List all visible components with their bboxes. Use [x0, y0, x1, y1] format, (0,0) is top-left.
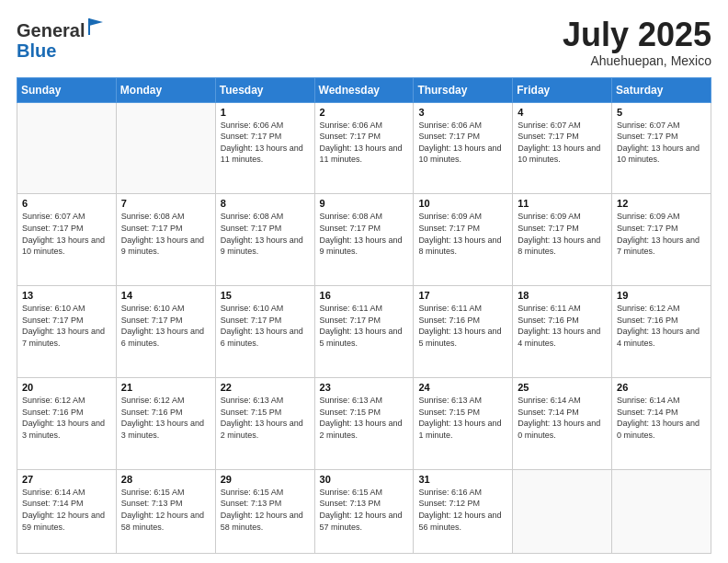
header: General Blue July 2025 Ahuehuepan, Mexic…	[17, 17, 711, 68]
table-row: 21Sunrise: 6:12 AM Sunset: 7:16 PM Dayli…	[116, 377, 215, 469]
day-number: 10	[418, 198, 507, 209]
table-row: 13Sunrise: 6:10 AM Sunset: 7:17 PM Dayli…	[17, 286, 117, 378]
header-friday: Friday	[513, 77, 612, 102]
day-number: 15	[221, 290, 310, 301]
day-info: Sunrise: 6:06 AM Sunset: 7:17 PM Dayligh…	[418, 120, 507, 166]
day-number: 22	[221, 382, 310, 393]
header-tuesday: Tuesday	[215, 77, 314, 102]
page: General Blue July 2025 Ahuehuepan, Mexic…	[0, 0, 728, 563]
table-row: 7Sunrise: 6:08 AM Sunset: 7:17 PM Daylig…	[116, 194, 215, 286]
calendar-week-3: 20Sunrise: 6:12 AM Sunset: 7:16 PM Dayli…	[17, 377, 711, 469]
day-number: 21	[121, 382, 210, 393]
header-saturday: Saturday	[612, 77, 711, 102]
table-row: 16Sunrise: 6:11 AM Sunset: 7:17 PM Dayli…	[314, 286, 414, 378]
day-info: Sunrise: 6:12 AM Sunset: 7:16 PM Dayligh…	[121, 395, 210, 441]
table-row: 23Sunrise: 6:13 AM Sunset: 7:15 PM Dayli…	[314, 377, 414, 469]
day-info: Sunrise: 6:07 AM Sunset: 7:17 PM Dayligh…	[518, 120, 607, 166]
title-block: July 2025 Ahuehuepan, Mexico	[563, 17, 711, 68]
day-number: 9	[320, 198, 409, 209]
table-row	[513, 469, 612, 553]
calendar-header-row: Sunday Monday Tuesday Wednesday Thursday…	[17, 77, 711, 102]
day-number: 11	[518, 198, 607, 209]
day-number: 14	[121, 290, 210, 301]
calendar-week-1: 6Sunrise: 6:07 AM Sunset: 7:17 PM Daylig…	[17, 194, 711, 286]
day-info: Sunrise: 6:09 AM Sunset: 7:17 PM Dayligh…	[418, 211, 507, 257]
day-number: 28	[121, 474, 210, 485]
calendar-table: Sunday Monday Tuesday Wednesday Thursday…	[17, 77, 711, 554]
day-info: Sunrise: 6:11 AM Sunset: 7:16 PM Dayligh…	[518, 303, 607, 349]
day-number: 7	[121, 198, 210, 209]
day-info: Sunrise: 6:06 AM Sunset: 7:17 PM Dayligh…	[320, 120, 409, 166]
table-row: 29Sunrise: 6:15 AM Sunset: 7:13 PM Dayli…	[215, 469, 314, 553]
header-wednesday: Wednesday	[314, 77, 414, 102]
table-row: 11Sunrise: 6:09 AM Sunset: 7:17 PM Dayli…	[513, 194, 612, 286]
table-row: 31Sunrise: 6:16 AM Sunset: 7:12 PM Dayli…	[414, 469, 513, 553]
day-info: Sunrise: 6:14 AM Sunset: 7:14 PM Dayligh…	[518, 395, 607, 441]
day-info: Sunrise: 6:13 AM Sunset: 7:15 PM Dayligh…	[320, 395, 409, 441]
day-number: 2	[320, 107, 409, 118]
table-row: 4Sunrise: 6:07 AM Sunset: 7:17 PM Daylig…	[513, 102, 612, 194]
day-number: 5	[617, 107, 706, 118]
logo-general: General	[17, 20, 85, 40]
day-info: Sunrise: 6:14 AM Sunset: 7:14 PM Dayligh…	[617, 395, 706, 441]
table-row: 15Sunrise: 6:10 AM Sunset: 7:17 PM Dayli…	[215, 286, 314, 378]
table-row: 18Sunrise: 6:11 AM Sunset: 7:16 PM Dayli…	[513, 286, 612, 378]
calendar-week-2: 13Sunrise: 6:10 AM Sunset: 7:17 PM Dayli…	[17, 286, 711, 378]
header-monday: Monday	[116, 77, 215, 102]
day-number: 13	[22, 290, 111, 301]
table-row: 12Sunrise: 6:09 AM Sunset: 7:17 PM Dayli…	[612, 194, 711, 286]
day-info: Sunrise: 6:14 AM Sunset: 7:14 PM Dayligh…	[22, 487, 111, 533]
day-info: Sunrise: 6:15 AM Sunset: 7:13 PM Dayligh…	[221, 487, 310, 533]
day-number: 25	[518, 382, 607, 393]
table-row: 27Sunrise: 6:14 AM Sunset: 7:14 PM Dayli…	[17, 469, 117, 553]
table-row: 6Sunrise: 6:07 AM Sunset: 7:17 PM Daylig…	[17, 194, 117, 286]
day-number: 12	[617, 198, 706, 209]
day-info: Sunrise: 6:12 AM Sunset: 7:16 PM Dayligh…	[22, 395, 111, 441]
day-number: 24	[418, 382, 507, 393]
table-row: 3Sunrise: 6:06 AM Sunset: 7:17 PM Daylig…	[414, 102, 513, 194]
day-number: 31	[418, 474, 507, 485]
svg-marker-1	[89, 18, 103, 26]
day-number: 29	[221, 474, 310, 485]
logo-text: General	[17, 17, 107, 40]
day-info: Sunrise: 6:11 AM Sunset: 7:17 PM Dayligh…	[320, 303, 409, 349]
day-number: 23	[320, 382, 409, 393]
table-row	[612, 469, 711, 553]
table-row: 28Sunrise: 6:15 AM Sunset: 7:13 PM Dayli…	[116, 469, 215, 553]
day-number: 3	[418, 107, 507, 118]
table-row: 22Sunrise: 6:13 AM Sunset: 7:15 PM Dayli…	[215, 377, 314, 469]
calendar-week-0: 1Sunrise: 6:06 AM Sunset: 7:17 PM Daylig…	[17, 102, 711, 194]
day-info: Sunrise: 6:12 AM Sunset: 7:16 PM Dayligh…	[617, 303, 706, 349]
day-number: 4	[518, 107, 607, 118]
header-sunday: Sunday	[17, 77, 117, 102]
table-row: 2Sunrise: 6:06 AM Sunset: 7:17 PM Daylig…	[314, 102, 414, 194]
table-row: 26Sunrise: 6:14 AM Sunset: 7:14 PM Dayli…	[612, 377, 711, 469]
day-number: 16	[320, 290, 409, 301]
day-number: 19	[617, 290, 706, 301]
table-row: 20Sunrise: 6:12 AM Sunset: 7:16 PM Dayli…	[17, 377, 117, 469]
logo: General Blue	[17, 17, 107, 61]
table-row	[116, 102, 215, 194]
day-number: 17	[418, 290, 507, 301]
table-row: 17Sunrise: 6:11 AM Sunset: 7:16 PM Dayli…	[414, 286, 513, 378]
table-row	[17, 102, 117, 194]
logo-blue: Blue	[17, 40, 56, 61]
day-info: Sunrise: 6:13 AM Sunset: 7:15 PM Dayligh…	[418, 395, 507, 441]
title-location: Ahuehuepan, Mexico	[563, 53, 711, 68]
day-info: Sunrise: 6:10 AM Sunset: 7:17 PM Dayligh…	[221, 303, 310, 349]
day-number: 18	[518, 290, 607, 301]
table-row: 25Sunrise: 6:14 AM Sunset: 7:14 PM Dayli…	[513, 377, 612, 469]
day-number: 6	[22, 198, 111, 209]
header-thursday: Thursday	[414, 77, 513, 102]
day-info: Sunrise: 6:16 AM Sunset: 7:12 PM Dayligh…	[418, 487, 507, 533]
day-info: Sunrise: 6:10 AM Sunset: 7:17 PM Dayligh…	[22, 303, 111, 349]
day-number: 30	[320, 474, 409, 485]
day-info: Sunrise: 6:09 AM Sunset: 7:17 PM Dayligh…	[518, 211, 607, 257]
table-row: 14Sunrise: 6:10 AM Sunset: 7:17 PM Dayli…	[116, 286, 215, 378]
day-info: Sunrise: 6:15 AM Sunset: 7:13 PM Dayligh…	[320, 487, 409, 533]
day-info: Sunrise: 6:07 AM Sunset: 7:17 PM Dayligh…	[617, 120, 706, 166]
day-info: Sunrise: 6:09 AM Sunset: 7:17 PM Dayligh…	[617, 211, 706, 257]
day-info: Sunrise: 6:15 AM Sunset: 7:13 PM Dayligh…	[121, 487, 210, 533]
day-info: Sunrise: 6:10 AM Sunset: 7:17 PM Dayligh…	[121, 303, 210, 349]
table-row: 24Sunrise: 6:13 AM Sunset: 7:15 PM Dayli…	[414, 377, 513, 469]
